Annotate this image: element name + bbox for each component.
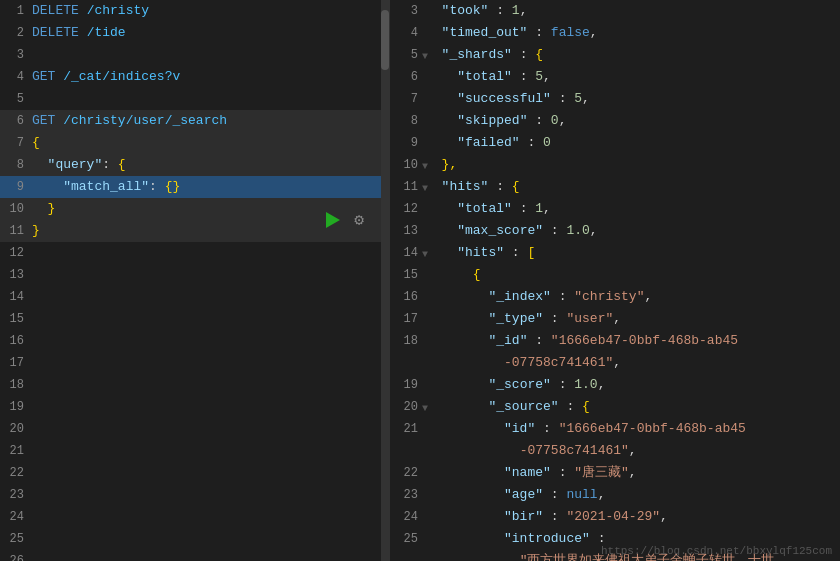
line-number-12: 12 [0,243,32,263]
right-line-content-6: "total" : 5, [426,67,840,87]
right-line-23: 23 "age" : null, [390,484,840,506]
right-line-content-12: "total" : 1, [426,199,840,219]
right-line-number-16: 16 [390,287,426,307]
line-number-3: 3 [0,45,32,65]
line-number-2: 2 [0,23,32,43]
right-line-12: 12 "total" : 1, [390,198,840,220]
right-line-5: 5▼ "_shards" : { [390,44,840,66]
editor-area: 1 DELETE /christy 2 DELETE /tide 3 4 GET… [0,0,389,561]
fold-indicator-20[interactable]: ▼ [422,399,428,419]
editor-line-12: 12 [0,242,389,264]
line-number-6: 6 [0,111,32,131]
right-line-content-16: "_index" : "christy", [426,287,840,307]
line-number-19: 19 [0,397,32,417]
right-line-content-14: "hits" : [ [426,243,840,263]
editor-line-19: 19 [0,396,389,418]
line-number-24: 24 [0,507,32,527]
editor-toolbar: ⚙ [323,210,369,230]
line-content-7: { [32,133,389,153]
line-number-5: 5 [0,89,32,109]
line-content-8: "query": { [32,155,389,175]
right-line-content-3: "took" : 1, [426,1,840,21]
right-line-content-5: "_shards" : { [426,45,840,65]
editor-line-8: 8 "query": { [0,154,389,176]
right-line-number-22: 22 [390,463,426,483]
right-line-3: 3 "took" : 1, [390,0,840,22]
fold-indicator-5[interactable]: ▼ [422,47,428,67]
editor-line-14: 14 [0,286,389,308]
play-icon [326,212,340,228]
settings-button[interactable]: ⚙ [349,210,369,230]
left-scrollbar-thumb[interactable] [381,10,389,70]
line-number-16: 16 [0,331,32,351]
editor-line-7: 7 { [0,132,389,154]
right-line-number-5: 5▼ [390,45,426,65]
right-line-number-15: 15 [390,265,426,285]
right-line-content-18c: -07758c741461", [426,353,840,373]
line-number-8: 8 [0,155,32,175]
editor-line-24: 24 [0,506,389,528]
fold-indicator-10[interactable]: ▼ [422,157,428,177]
editor-line-5: 5 [0,88,389,110]
right-line-22: 22 "name" : "唐三藏", [390,462,840,484]
right-line-number-18: 18 [390,331,426,351]
line-number-4: 4 [0,67,32,87]
right-line-21-cont: -07758c741461", [390,440,840,462]
right-line-number-25: 25 [390,529,426,549]
line-number-21: 21 [0,441,32,461]
right-line-16: 16 "_index" : "christy", [390,286,840,308]
line-content-4: GET /_cat/indices?v [32,67,389,87]
right-line-13: 13 "max_score" : 1.0, [390,220,840,242]
right-line-number-10: 10▼ [390,155,426,175]
right-line-18: 18 "_id" : "1666eb47-0bbf-468b-ab45 [390,330,840,352]
right-line-15: 15 { [390,264,840,286]
right-line-number-20: 20▼ [390,397,426,417]
right-line-content-19: "_score" : 1.0, [426,375,840,395]
line-number-26: 26 [0,551,32,561]
right-line-content-24: "bir" : "2021-04-29", [426,507,840,527]
right-line-number-19: 19 [390,375,426,395]
right-line-number-11: 11▼ [390,177,426,197]
line-number-1: 1 [0,1,32,21]
editor-line-23: 23 [0,484,389,506]
line-number-11: 11 [0,221,32,241]
editor-line-17: 17 [0,352,389,374]
line-content-6: GET /christy/user/_search [32,111,389,131]
right-panel: 3 "took" : 1, 4 "timed_out" : false, 5▼ … [390,0,840,561]
right-line-content-23: "age" : null, [426,485,840,505]
editor-line-6: 6 GET /christy/user/_search ⚙ [0,110,389,132]
right-line-14: 14▼ "hits" : [ [390,242,840,264]
editor-line-22: 22 [0,462,389,484]
line-number-7: 7 [0,133,32,153]
right-line-number-7: 7 [390,89,426,109]
right-line-number-12: 12 [390,199,426,219]
line-content-2: DELETE /tide [32,23,389,43]
right-line-content-11: "hits" : { [426,177,840,197]
right-line-content-22: "name" : "唐三藏", [426,463,840,483]
fold-indicator-14[interactable]: ▼ [422,245,428,265]
right-line-content-18: "_id" : "1666eb47-0bbf-468b-ab45 [426,331,840,351]
run-button[interactable] [323,210,343,230]
right-line-content-10: }, [426,155,840,175]
line-number-25: 25 [0,529,32,549]
line-number-17: 17 [0,353,32,373]
editor-line-3: 3 [0,44,389,66]
right-line-17: 17 "_type" : "user", [390,308,840,330]
right-line-content-8: "skipped" : 0, [426,111,840,131]
fold-indicator-11[interactable]: ▼ [422,179,428,199]
right-line-20: 20▼ "_source" : { [390,396,840,418]
right-line-8: 8 "skipped" : 0, [390,110,840,132]
right-line-content-4: "timed_out" : false, [426,23,840,43]
right-line-24: 24 "bir" : "2021-04-29", [390,506,840,528]
right-line-number-8: 8 [390,111,426,131]
right-line-content-13: "max_score" : 1.0, [426,221,840,241]
right-line-number-4: 4 [390,23,426,43]
line-content-1: DELETE /christy [32,1,389,21]
line-number-13: 13 [0,265,32,285]
editor-line-9: 9 "match_all": {} [0,176,389,198]
right-line-number-6: 6 [390,67,426,87]
line-content-9: "match_all": {} [32,177,389,197]
watermark: https://blog.csdn.net/bbxylqf125com [601,545,832,557]
right-line-number-9: 9 [390,133,426,153]
editor-line-1: 1 DELETE /christy [0,0,389,22]
